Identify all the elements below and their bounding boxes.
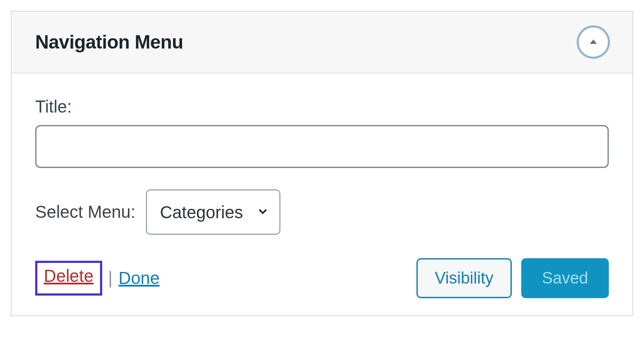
title-field-group: Title:: [35, 97, 609, 168]
widget-header: Navigation Menu: [12, 12, 632, 73]
select-wrapper: Categories: [146, 189, 280, 235]
action-separator: |: [108, 269, 112, 288]
widget-body: Title: Select Menu: Categories Delete: [12, 73, 632, 315]
menu-select[interactable]: Categories: [146, 189, 280, 235]
collapse-button[interactable]: [578, 27, 609, 58]
right-actions: Visibility Saved: [416, 258, 609, 298]
title-label: Title:: [35, 97, 609, 116]
done-link[interactable]: Done: [118, 269, 160, 288]
widget-title: Navigation Menu: [35, 31, 183, 53]
navigation-menu-widget: Navigation Menu Title: Select Menu: Cate…: [11, 11, 633, 316]
title-input[interactable]: [35, 125, 609, 168]
delete-highlight-box: Delete: [35, 261, 102, 296]
left-actions: Delete | Done: [35, 261, 160, 296]
select-menu-group: Select Menu: Categories: [35, 189, 609, 235]
saved-button[interactable]: Saved: [521, 258, 609, 298]
delete-link[interactable]: Delete: [44, 266, 94, 285]
widget-actions: Delete | Done Visibility Saved: [35, 258, 609, 298]
chevron-up-icon: [588, 37, 598, 47]
select-menu-label: Select Menu:: [35, 202, 135, 222]
visibility-button[interactable]: Visibility: [416, 258, 512, 298]
